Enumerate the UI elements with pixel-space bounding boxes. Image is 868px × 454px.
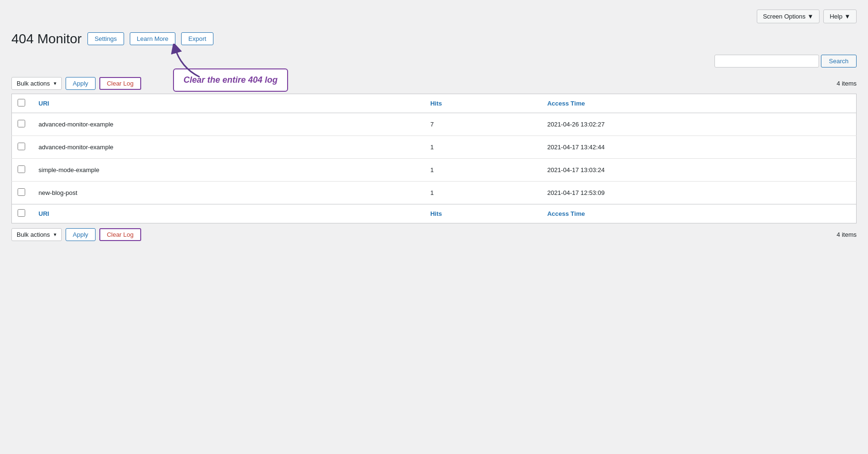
- row-hits: 7: [423, 113, 540, 135]
- footer-hits: Hits: [423, 204, 540, 223]
- screen-options-button[interactable]: Screen Options ▼: [757, 10, 820, 23]
- search-bar: Search: [11, 55, 857, 68]
- table-header-row: URI Hits Access Time: [12, 94, 857, 113]
- row-access-time: 2021-04-17 13:42:44: [540, 135, 856, 158]
- log-table: URI Hits Access Time advanced-monitor-ex…: [11, 94, 857, 223]
- screen-options-label: Screen Options: [763, 13, 806, 20]
- chevron-down-icon: ▼: [808, 13, 814, 20]
- bulk-actions-dropdown-top[interactable]: Bulk actions ▾: [11, 77, 62, 90]
- apply-button-bottom[interactable]: Apply: [66, 228, 96, 241]
- settings-button[interactable]: Settings: [87, 32, 124, 45]
- bulk-actions-chevron-top: ▾: [54, 80, 57, 87]
- row-hits: 1: [423, 135, 540, 158]
- row-checkbox-1[interactable]: [18, 143, 25, 150]
- row-checkbox-cell: [12, 181, 31, 204]
- row-uri: advanced-monitor-example: [31, 113, 423, 135]
- top-bar: Screen Options ▼ Help ▼: [11, 10, 857, 23]
- table-row: advanced-monitor-example 1 2021-04-17 13…: [12, 135, 857, 158]
- row-access-time: 2021-04-26 13:02:27: [540, 113, 856, 135]
- page-title: 404 Monitor: [11, 31, 82, 47]
- row-checkbox-cell: [12, 135, 31, 158]
- footer-uri: URI: [31, 204, 423, 223]
- annotation-arrow: [166, 44, 204, 82]
- top-actions-bar: Bulk actions ▾ Apply Clear Log 4 items C…: [11, 73, 857, 94]
- row-checkbox-2[interactable]: [18, 165, 25, 173]
- row-checkbox-0[interactable]: [18, 120, 25, 127]
- clear-log-button-top[interactable]: Clear Log: [99, 77, 141, 90]
- row-hits: 1: [423, 158, 540, 181]
- search-input[interactable]: [714, 55, 819, 68]
- bulk-actions-label-bottom: Bulk actions: [17, 231, 50, 238]
- bulk-actions-label-top: Bulk actions: [17, 80, 50, 87]
- page-header: 404 Monitor Settings Learn More Export: [11, 31, 857, 47]
- table-row: new-blog-post 1 2021-04-17 12:53:09: [12, 181, 857, 204]
- table-row: advanced-monitor-example 7 2021-04-26 13…: [12, 113, 857, 135]
- bulk-actions-dropdown-bottom[interactable]: Bulk actions ▾: [11, 228, 62, 241]
- help-label: Help: [829, 13, 842, 20]
- row-uri: new-blog-post: [31, 181, 423, 204]
- row-access-time: 2021-04-17 12:53:09: [540, 181, 856, 204]
- select-all-checkbox-bottom[interactable]: [18, 209, 25, 217]
- row-checkbox-3[interactable]: [18, 188, 25, 196]
- row-uri: simple-mode-example: [31, 158, 423, 181]
- header-uri: URI: [31, 94, 423, 113]
- row-uri: advanced-monitor-example: [31, 135, 423, 158]
- row-access-time: 2021-04-17 13:03:24: [540, 158, 856, 181]
- table-footer-row: URI Hits Access Time: [12, 204, 857, 223]
- row-checkbox-cell: [12, 158, 31, 181]
- header-checkbox-cell: [12, 94, 31, 113]
- bulk-actions-chevron-bottom: ▾: [54, 232, 57, 238]
- footer-checkbox-cell: [12, 204, 31, 223]
- item-count-bottom: 4 items: [837, 231, 857, 238]
- bottom-actions-bar: Bulk actions ▾ Apply Clear Log 4 items: [11, 223, 857, 243]
- table-body: advanced-monitor-example 7 2021-04-26 13…: [12, 113, 857, 204]
- search-button[interactable]: Search: [821, 55, 857, 68]
- select-all-checkbox-top[interactable]: [18, 99, 25, 106]
- apply-button-top[interactable]: Apply: [66, 77, 96, 90]
- footer-access-time: Access Time: [540, 204, 856, 223]
- item-count-top: 4 items: [837, 80, 857, 87]
- clear-log-button-bottom[interactable]: Clear Log: [99, 228, 141, 241]
- chevron-down-icon-help: ▼: [844, 13, 850, 20]
- row-hits: 1: [423, 181, 540, 204]
- table-row: simple-mode-example 1 2021-04-17 13:03:2…: [12, 158, 857, 181]
- help-button[interactable]: Help ▼: [823, 10, 857, 23]
- row-checkbox-cell: [12, 113, 31, 135]
- header-access-time: Access Time: [540, 94, 856, 113]
- header-hits: Hits: [423, 94, 540, 113]
